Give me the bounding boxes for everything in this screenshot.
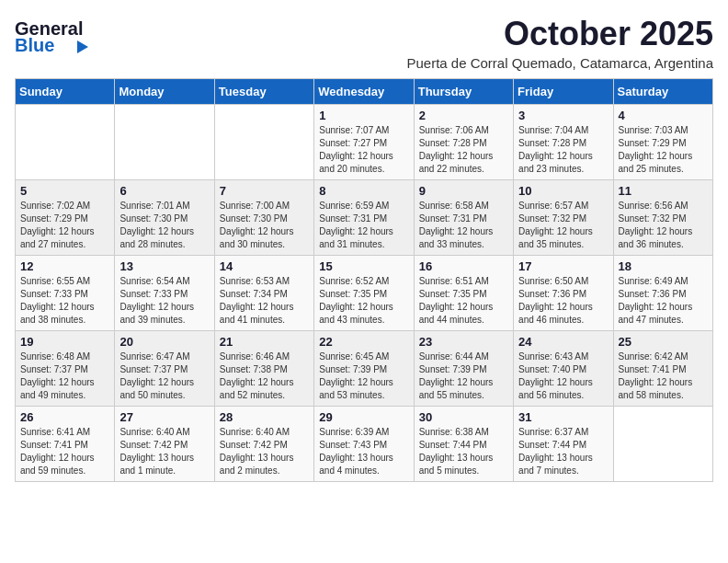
day-number: 5 <box>20 184 109 198</box>
day-info: Sunrise: 7:00 AMSunset: 7:30 PMDaylight:… <box>220 200 309 251</box>
day-info: Sunrise: 6:44 AMSunset: 7:39 PMDaylight:… <box>419 350 508 402</box>
calendar-table: SundayMondayTuesdayWednesdayThursdayFrid… <box>15 78 713 482</box>
day-info: Sunrise: 6:52 AMSunset: 7:35 PMDaylight:… <box>319 275 408 327</box>
day-info: Sunrise: 6:43 AMSunset: 7:40 PMDaylight:… <box>518 350 608 402</box>
day-number: 21 <box>220 335 309 349</box>
day-number: 30 <box>419 410 508 424</box>
day-number: 1 <box>319 109 408 122</box>
calendar-cell: 28Sunrise: 6:40 AMSunset: 7:42 PMDayligh… <box>214 407 313 482</box>
day-info: Sunrise: 6:50 AMSunset: 7:36 PMDaylight:… <box>518 275 608 327</box>
calendar-cell <box>115 105 214 180</box>
day-info: Sunrise: 6:47 AMSunset: 7:37 PMDaylight:… <box>119 350 209 402</box>
location-subtitle: Puerta de Corral Quemado, Catamarca, Arg… <box>406 55 713 71</box>
day-number: 2 <box>419 109 508 122</box>
day-number: 10 <box>518 184 608 198</box>
day-number: 31 <box>518 410 608 424</box>
day-number: 3 <box>518 109 608 122</box>
calendar-cell <box>214 105 313 180</box>
day-number: 15 <box>319 259 408 273</box>
day-info: Sunrise: 6:37 AMSunset: 7:44 PMDaylight:… <box>518 426 608 477</box>
calendar-cell: 19Sunrise: 6:48 AMSunset: 7:37 PMDayligh… <box>16 331 115 407</box>
day-of-week-wednesday: Wednesday <box>314 79 414 105</box>
day-number: 26 <box>20 410 109 424</box>
title-section: October 2025 Puerta de Corral Quemado, C… <box>406 15 713 71</box>
calendar-cell: 10Sunrise: 6:57 AMSunset: 7:32 PMDayligh… <box>514 180 613 256</box>
day-number: 17 <box>518 259 608 273</box>
calendar-cell: 14Sunrise: 6:53 AMSunset: 7:34 PMDayligh… <box>214 256 313 331</box>
calendar-cell: 21Sunrise: 6:46 AMSunset: 7:38 PMDayligh… <box>214 331 313 407</box>
day-info: Sunrise: 6:40 AMSunset: 7:42 PMDaylight:… <box>119 426 209 477</box>
calendar-cell: 11Sunrise: 6:56 AMSunset: 7:32 PMDayligh… <box>613 180 712 256</box>
calendar-cell: 12Sunrise: 6:55 AMSunset: 7:33 PMDayligh… <box>16 256 115 331</box>
day-info: Sunrise: 7:01 AMSunset: 7:30 PMDaylight:… <box>119 200 209 251</box>
calendar-week-row: 1Sunrise: 7:07 AMSunset: 7:27 PMDaylight… <box>16 105 713 180</box>
calendar-cell: 16Sunrise: 6:51 AMSunset: 7:35 PMDayligh… <box>414 256 513 331</box>
month-title: October 2025 <box>406 15 713 53</box>
calendar-body: 1Sunrise: 7:07 AMSunset: 7:27 PMDaylight… <box>16 105 713 482</box>
day-of-week-tuesday: Tuesday <box>214 79 313 105</box>
day-number: 12 <box>20 259 109 273</box>
day-of-week-sunday: Sunday <box>16 79 115 105</box>
day-number: 29 <box>319 410 408 424</box>
calendar-cell: 1Sunrise: 7:07 AMSunset: 7:27 PMDaylight… <box>314 105 414 180</box>
calendar-cell: 7Sunrise: 7:00 AMSunset: 7:30 PMDaylight… <box>214 180 313 256</box>
day-number: 11 <box>619 184 708 198</box>
calendar-cell: 15Sunrise: 6:52 AMSunset: 7:35 PMDayligh… <box>314 256 414 331</box>
day-info: Sunrise: 6:57 AMSunset: 7:32 PMDaylight:… <box>518 200 608 251</box>
calendar-cell: 24Sunrise: 6:43 AMSunset: 7:40 PMDayligh… <box>514 331 613 407</box>
day-info: Sunrise: 7:02 AMSunset: 7:29 PMDaylight:… <box>20 200 109 251</box>
day-info: Sunrise: 6:45 AMSunset: 7:39 PMDaylight:… <box>319 350 408 402</box>
day-number: 14 <box>220 259 309 273</box>
day-of-week-monday: Monday <box>115 79 214 105</box>
day-info: Sunrise: 6:51 AMSunset: 7:35 PMDaylight:… <box>419 275 508 327</box>
calendar-cell: 22Sunrise: 6:45 AMSunset: 7:39 PMDayligh… <box>314 331 414 407</box>
day-info: Sunrise: 6:55 AMSunset: 7:33 PMDaylight:… <box>20 275 109 327</box>
day-info: Sunrise: 6:49 AMSunset: 7:36 PMDaylight:… <box>619 275 708 327</box>
day-info: Sunrise: 6:54 AMSunset: 7:33 PMDaylight:… <box>119 275 209 327</box>
calendar-cell: 5Sunrise: 7:02 AMSunset: 7:29 PMDaylight… <box>16 180 115 256</box>
calendar-cell: 18Sunrise: 6:49 AMSunset: 7:36 PMDayligh… <box>613 256 712 331</box>
page-header: General Blue October 2025 Puerta de Corr… <box>15 15 713 71</box>
calendar-cell: 3Sunrise: 7:04 AMSunset: 7:28 PMDaylight… <box>514 105 613 180</box>
calendar-week-row: 19Sunrise: 6:48 AMSunset: 7:37 PMDayligh… <box>16 331 713 407</box>
day-number: 27 <box>119 410 209 424</box>
day-info: Sunrise: 6:46 AMSunset: 7:38 PMDaylight:… <box>220 350 309 402</box>
svg-marker-2 <box>77 40 88 53</box>
day-info: Sunrise: 6:38 AMSunset: 7:44 PMDaylight:… <box>419 426 508 477</box>
day-info: Sunrise: 6:53 AMSunset: 7:34 PMDaylight:… <box>220 275 309 327</box>
day-number: 16 <box>419 259 508 273</box>
calendar-cell: 6Sunrise: 7:01 AMSunset: 7:30 PMDaylight… <box>115 180 214 256</box>
day-number: 20 <box>119 335 209 349</box>
day-number: 22 <box>319 335 408 349</box>
calendar-cell: 4Sunrise: 7:03 AMSunset: 7:29 PMDaylight… <box>613 105 712 180</box>
day-number: 25 <box>619 335 708 349</box>
calendar-cell: 13Sunrise: 6:54 AMSunset: 7:33 PMDayligh… <box>115 256 214 331</box>
calendar-cell: 26Sunrise: 6:41 AMSunset: 7:41 PMDayligh… <box>16 407 115 482</box>
day-of-week-thursday: Thursday <box>414 79 513 105</box>
day-info: Sunrise: 6:59 AMSunset: 7:31 PMDaylight:… <box>319 200 408 251</box>
calendar-cell: 17Sunrise: 6:50 AMSunset: 7:36 PMDayligh… <box>514 256 613 331</box>
calendar-week-row: 12Sunrise: 6:55 AMSunset: 7:33 PMDayligh… <box>16 256 713 331</box>
days-of-week-row: SundayMondayTuesdayWednesdayThursdayFrid… <box>16 79 713 105</box>
calendar-cell: 25Sunrise: 6:42 AMSunset: 7:41 PMDayligh… <box>613 331 712 407</box>
day-info: Sunrise: 7:06 AMSunset: 7:28 PMDaylight:… <box>419 124 508 176</box>
calendar-week-row: 26Sunrise: 6:41 AMSunset: 7:41 PMDayligh… <box>16 407 713 482</box>
calendar-cell: 9Sunrise: 6:58 AMSunset: 7:31 PMDaylight… <box>414 180 513 256</box>
day-number: 28 <box>220 410 309 424</box>
calendar-cell: 2Sunrise: 7:06 AMSunset: 7:28 PMDaylight… <box>414 105 513 180</box>
day-of-week-saturday: Saturday <box>613 79 712 105</box>
day-number: 23 <box>419 335 508 349</box>
calendar-header: SundayMondayTuesdayWednesdayThursdayFrid… <box>16 79 713 105</box>
logo-icon: General Blue <box>15 15 93 56</box>
day-info: Sunrise: 6:58 AMSunset: 7:31 PMDaylight:… <box>419 200 508 251</box>
day-info: Sunrise: 6:56 AMSunset: 7:32 PMDaylight:… <box>619 200 708 251</box>
calendar-cell <box>613 407 712 482</box>
day-info: Sunrise: 7:04 AMSunset: 7:28 PMDaylight:… <box>518 124 608 176</box>
calendar-cell: 31Sunrise: 6:37 AMSunset: 7:44 PMDayligh… <box>514 407 613 482</box>
day-number: 13 <box>119 259 209 273</box>
day-number: 8 <box>319 184 408 198</box>
day-number: 19 <box>20 335 109 349</box>
calendar-cell: 8Sunrise: 6:59 AMSunset: 7:31 PMDaylight… <box>314 180 414 256</box>
day-number: 9 <box>419 184 508 198</box>
day-number: 7 <box>220 184 309 198</box>
